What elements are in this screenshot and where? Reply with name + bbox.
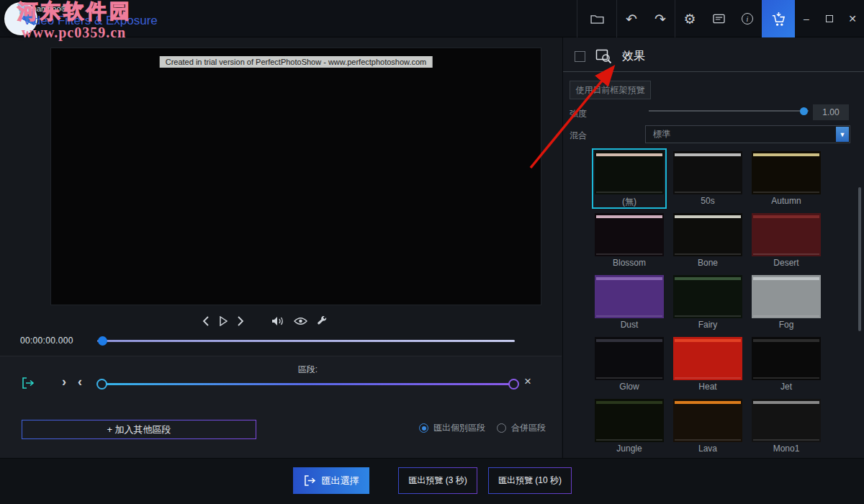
effect-thumbnail	[752, 151, 821, 194]
strength-slider[interactable]	[649, 105, 809, 117]
effect-thumb-strip	[753, 277, 819, 280]
effect-thumbnail	[673, 337, 742, 380]
effects-enable-checkbox[interactable]	[575, 51, 585, 62]
open-project-button[interactable]	[577, 0, 616, 37]
effect-label: Desert	[752, 258, 821, 268]
play-button[interactable]	[219, 316, 228, 326]
effect-label: Fairy	[673, 320, 742, 330]
store-cart-button[interactable]	[762, 0, 795, 37]
blend-select[interactable]: 標準 ▼	[645, 125, 850, 143]
playback-controls	[202, 312, 328, 330]
strength-value: 1.00	[813, 104, 849, 120]
titlebar: Ashampoo® Video Filters & Exposure ↶ ↷ ⚙…	[0, 0, 864, 37]
segment-track	[100, 383, 516, 385]
effect-item[interactable]: Bone	[670, 210, 745, 271]
chevron-right-icon: ›	[62, 374, 66, 389]
effect-item[interactable]: Dust	[592, 272, 667, 333]
effect-label: Fog	[752, 320, 821, 330]
effects-scrollbar[interactable]	[858, 187, 861, 331]
effect-label: Heat	[673, 382, 742, 392]
redo-button[interactable]: ↷	[646, 0, 675, 37]
export-preview-3s-button[interactable]: 匯出預覽 (3 秒)	[398, 467, 477, 494]
titlebar-actions: ↶ ↷ ⚙ i – ✕	[577, 0, 864, 37]
next-frame-button[interactable]	[237, 316, 244, 326]
effects-panel-header: 效果	[563, 42, 864, 72]
effect-thumb-strip	[753, 339, 819, 342]
speaker-icon	[271, 316, 284, 326]
seek-slider[interactable]	[97, 336, 515, 346]
effects-panel: 效果 使用目前框架預覽 強度 1.00 混合 標準 ▼ (無)	[562, 37, 864, 458]
effect-thumbnail	[752, 337, 821, 380]
effect-item[interactable]: Blossom	[592, 210, 667, 271]
effect-item[interactable]: Desert	[749, 210, 824, 271]
feedback-button[interactable]	[704, 0, 733, 37]
effect-thumbnail	[673, 213, 742, 256]
seek-thumb[interactable]	[98, 336, 107, 346]
chevron-left-icon	[202, 316, 210, 326]
close-button[interactable]: ✕	[841, 0, 864, 37]
effect-item[interactable]: Fog	[749, 272, 824, 333]
redo-icon: ↷	[654, 11, 666, 27]
effect-item[interactable]: Mono1	[749, 396, 824, 456]
effect-thumb-strip	[675, 339, 741, 342]
effect-item[interactable]: Heat	[670, 334, 745, 395]
strength-thumb[interactable]	[800, 107, 808, 115]
effect-thumb-strip	[753, 401, 819, 404]
effect-item[interactable]: 50s	[670, 148, 745, 209]
remove-segment-button[interactable]: ×	[524, 375, 531, 387]
effect-item[interactable]: (無)	[592, 148, 667, 209]
effect-item[interactable]: Jet	[749, 334, 824, 395]
segments-title: 區段:	[97, 364, 518, 376]
undo-button[interactable]: ↶	[617, 0, 646, 37]
effect-item[interactable]: Autumn	[749, 148, 824, 209]
export-selection-button[interactable]: 匯出選擇	[293, 467, 369, 494]
tools-button[interactable]	[317, 316, 328, 327]
effect-thumbnail	[673, 151, 742, 194]
preview-toggle-button[interactable]	[294, 317, 307, 325]
segment-end-handle[interactable]	[508, 379, 519, 390]
chevron-down-icon: ▼	[836, 127, 849, 142]
note-icon	[713, 14, 725, 24]
info-button[interactable]: i	[733, 0, 762, 37]
minimize-icon: –	[804, 13, 809, 24]
export-icon	[304, 475, 316, 486]
blend-selected-value: 標準	[653, 128, 670, 140]
radio-merge-segments[interactable]: 合併區段	[497, 422, 546, 434]
radio-dot-icon	[419, 423, 428, 433]
settings-button[interactable]: ⚙	[675, 0, 704, 37]
effect-item[interactable]: Jungle	[592, 396, 667, 456]
use-current-frame-button[interactable]: 使用目前框架預覽	[570, 81, 651, 99]
maximize-button[interactable]	[818, 0, 841, 37]
effect-label: Jet	[752, 382, 821, 392]
effect-thumbnail	[595, 337, 664, 380]
effect-thumbnail	[673, 399, 742, 442]
effect-item[interactable]: Glow	[592, 334, 667, 395]
maximize-icon	[826, 15, 833, 22]
gear-icon: ⚙	[683, 11, 696, 27]
effect-thumbnail	[595, 213, 664, 256]
effects-panel-title: 效果	[622, 49, 645, 64]
minimize-button[interactable]: –	[795, 0, 818, 37]
radio-dot-icon	[497, 423, 506, 433]
trim-in-button[interactable]: ›	[62, 375, 66, 388]
segment-start-handle[interactable]	[96, 379, 107, 390]
effect-thumbnail	[752, 275, 821, 318]
effect-item[interactable]: Fairy	[670, 272, 745, 333]
segment-range-slider[interactable]	[97, 378, 518, 390]
effect-item[interactable]: Lava	[670, 396, 745, 456]
effect-thumb-strip	[675, 277, 741, 280]
previous-frame-button[interactable]	[202, 316, 210, 326]
effect-label: Dust	[595, 320, 664, 330]
export-preview-10s-button[interactable]: 匯出預覽 (10 秒)	[488, 467, 572, 494]
eye-icon	[294, 317, 307, 325]
trim-out-button[interactable]: ‹	[78, 375, 82, 388]
effect-label: (無)	[595, 196, 664, 208]
volume-button[interactable]	[271, 316, 284, 326]
chevron-left-icon: ‹	[78, 374, 82, 389]
effect-thumb-strip	[675, 153, 741, 156]
effect-label: Glow	[595, 382, 664, 392]
effect-thumb-strip	[596, 339, 662, 342]
radio-export-individual[interactable]: 匯出個別區段	[419, 422, 485, 434]
add-segment-button[interactable]: + 加入其他區段	[22, 420, 256, 439]
effect-label: Lava	[673, 444, 742, 454]
